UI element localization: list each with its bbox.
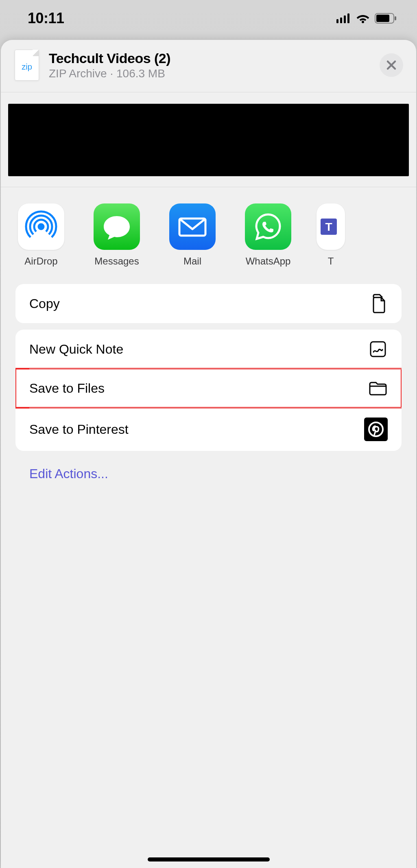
action-save-to-pinterest[interactable]: Save to Pinterest bbox=[15, 408, 402, 451]
action-quick-note-label: New Quick Note bbox=[29, 342, 123, 357]
whatsapp-icon bbox=[245, 203, 291, 250]
file-meta: Techcult Videos (2) ZIP Archive · 106.3 … bbox=[49, 50, 370, 80]
action-quick-note[interactable]: New Quick Note bbox=[15, 330, 402, 369]
svg-point-8 bbox=[39, 224, 44, 229]
file-thumbnail: zip bbox=[15, 50, 39, 81]
home-indicator[interactable] bbox=[148, 857, 270, 861]
app-whatsapp[interactable]: WhatsApp bbox=[241, 203, 295, 267]
file-name: Techcult Videos (2) bbox=[49, 50, 370, 66]
status-icons bbox=[336, 13, 397, 24]
app-mail[interactable]: Mail bbox=[165, 203, 220, 267]
status-time: 10:11 bbox=[28, 10, 64, 27]
svg-rect-2 bbox=[344, 15, 346, 23]
app-teams[interactable]: T T bbox=[317, 203, 345, 267]
messages-icon bbox=[94, 203, 140, 250]
svg-rect-3 bbox=[347, 13, 349, 23]
svg-rect-6 bbox=[376, 15, 389, 22]
app-messages-label: Messages bbox=[94, 256, 139, 267]
action-save-to-files[interactable]: Save to Files bbox=[15, 369, 402, 408]
wifi-icon bbox=[356, 13, 370, 23]
status-bar: 10:11 bbox=[0, 0, 417, 37]
battery-icon bbox=[375, 13, 397, 24]
action-copy-label: Copy bbox=[29, 296, 60, 311]
app-teams-label: T bbox=[328, 256, 334, 267]
file-details: ZIP Archive · 106.3 MB bbox=[49, 67, 370, 80]
file-header: zip Techcult Videos (2) ZIP Archive · 10… bbox=[1, 40, 416, 92]
quick-note-icon bbox=[368, 339, 388, 359]
svg-rect-7 bbox=[395, 16, 396, 20]
airdrop-icon bbox=[18, 203, 64, 250]
svg-text:T: T bbox=[325, 221, 332, 233]
app-whatsapp-label: WhatsApp bbox=[246, 256, 291, 267]
action-save-to-pinterest-label: Save to Pinterest bbox=[29, 422, 129, 437]
preview-area bbox=[1, 92, 416, 187]
app-messages[interactable]: Messages bbox=[90, 203, 144, 267]
file-preview bbox=[8, 104, 409, 176]
pinterest-icon bbox=[364, 418, 388, 441]
share-sheet: zip Techcult Videos (2) ZIP Archive · 10… bbox=[1, 40, 416, 868]
teams-icon: T bbox=[317, 203, 345, 250]
app-airdrop-label: AirDrop bbox=[24, 256, 57, 267]
file-thumbnail-label: zip bbox=[22, 62, 32, 72]
copy-icon bbox=[368, 294, 388, 313]
svg-point-4 bbox=[362, 21, 364, 23]
close-button[interactable] bbox=[380, 53, 403, 77]
app-airdrop[interactable]: AirDrop bbox=[14, 203, 68, 267]
svg-rect-0 bbox=[336, 19, 338, 23]
svg-point-14 bbox=[369, 422, 383, 436]
svg-rect-12 bbox=[371, 342, 385, 356]
cellular-icon bbox=[336, 13, 351, 23]
svg-rect-1 bbox=[340, 17, 342, 23]
actions-list: Copy New Quick Note bbox=[1, 267, 416, 490]
action-save-to-files-label: Save to Files bbox=[29, 381, 105, 396]
folder-icon bbox=[368, 378, 388, 398]
mail-icon bbox=[169, 203, 216, 250]
share-apps-row: AirDrop Messages Mail bbox=[1, 187, 416, 267]
action-copy[interactable]: Copy bbox=[15, 284, 402, 323]
edit-actions-link[interactable]: Edit Actions... bbox=[15, 457, 402, 490]
close-icon bbox=[386, 60, 397, 70]
app-mail-label: Mail bbox=[183, 256, 201, 267]
